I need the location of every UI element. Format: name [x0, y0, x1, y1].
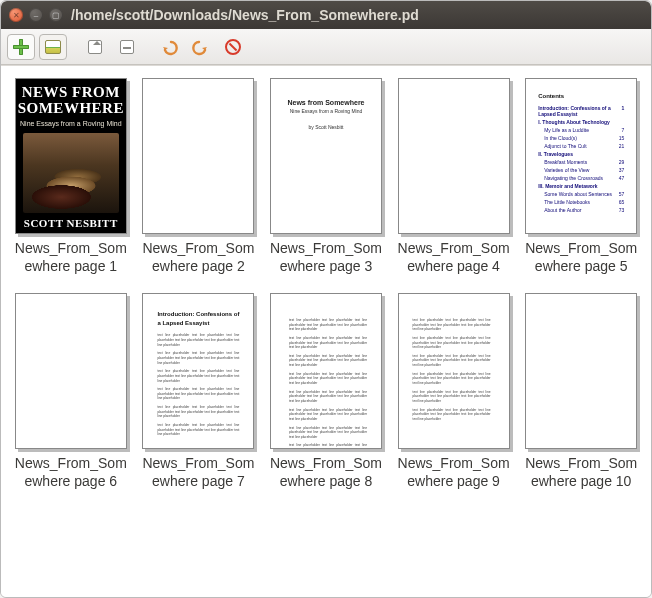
titlepage-byline: by Scott Nesbitt [281, 124, 371, 130]
thumbnail-item-page-7[interactable]: Introduction: Confessions of a Lapsed Es… [139, 293, 259, 490]
undo-button[interactable] [155, 34, 183, 60]
thumbnail-caption: News_From_Somewhere page 7 [140, 455, 256, 490]
window-controls: ✕ – ▢ [9, 8, 63, 22]
thumbnail-item-page-3[interactable]: News from SomewhereNine Essays from a Ro… [266, 78, 386, 275]
cancel-icon [225, 39, 241, 55]
thumbnail-caption: News_From_Somewhere page 10 [523, 455, 639, 490]
window-title: /home/scott/Downloads/News_From_Somewher… [71, 7, 419, 23]
thumbnail-item-page-9[interactable]: text line placeholder text line placehol… [394, 293, 514, 490]
scanner-icon [45, 40, 61, 54]
cover-photo [23, 133, 119, 213]
thumbnail-caption: News_From_Somewhere page 8 [268, 455, 384, 490]
thumbnail-caption: News_From_Somewhere page 9 [396, 455, 512, 490]
titlepage-heading: News from Somewhere [281, 99, 371, 106]
chapter-heading: Introduction: Confessions of a Lapsed Es… [157, 310, 239, 327]
remove-icon [120, 40, 134, 54]
title-bar: ✕ – ▢ /home/scott/Downloads/News_From_So… [1, 1, 651, 29]
page-thumbnail[interactable]: News from SomewhereNine Essays from a Ro… [270, 78, 382, 234]
thumbnail-caption: News_From_Somewhere page 1 [13, 240, 129, 275]
remove-button[interactable] [113, 34, 141, 60]
export-button[interactable] [81, 34, 109, 60]
page-thumbnail[interactable] [15, 293, 127, 449]
toc: ContentsIntroduction: Confessions of a L… [526, 79, 636, 229]
thumbnail-item-page-6[interactable]: News_From_Somewhere page 6 [11, 293, 131, 490]
cover-author: SCOTT NESBITT [24, 217, 118, 229]
thumbnail-item-page-8[interactable]: text line placeholder text line placehol… [266, 293, 386, 490]
thumbnail-caption: News_From_Somewhere page 3 [268, 240, 384, 275]
redo-icon [192, 38, 210, 56]
plus-icon [13, 39, 29, 55]
cover-title: NEWS FROMSOMEWHERE [18, 85, 124, 117]
thumbnail-item-page-1[interactable]: NEWS FROMSOMEWHERENine Essays from a Rov… [11, 78, 131, 275]
titlepage-sub: Nine Essays from a Roving Mind [281, 108, 371, 114]
thumbnail-caption: News_From_Somewhere page 4 [396, 240, 512, 275]
cancel-button[interactable] [219, 34, 247, 60]
page-thumbnail[interactable] [525, 293, 637, 449]
thumbnail-caption: News_From_Somewhere page 2 [140, 240, 256, 275]
close-icon[interactable]: ✕ [9, 8, 23, 22]
toolbar [1, 29, 651, 65]
minimize-icon[interactable]: – [29, 8, 43, 22]
scan-button[interactable] [39, 34, 67, 60]
page-thumbnail[interactable]: ContentsIntroduction: Confessions of a L… [525, 78, 637, 234]
page-thumbnail[interactable]: text line placeholder text line placehol… [270, 293, 382, 449]
cover-subtitle: Nine Essays from a Roving Mind [20, 120, 122, 127]
thumbnail-area[interactable]: NEWS FROMSOMEWHERENine Essays from a Rov… [1, 65, 651, 597]
page-thumbnail[interactable]: text line placeholder text line placehol… [398, 293, 510, 449]
undo-icon [160, 38, 178, 56]
page-thumbnail[interactable]: NEWS FROMSOMEWHERENine Essays from a Rov… [15, 78, 127, 234]
export-icon [88, 40, 102, 54]
redo-button[interactable] [187, 34, 215, 60]
thumbnail-item-page-4[interactable]: News_From_Somewhere page 4 [394, 78, 514, 275]
thumbnail-item-page-10[interactable]: News_From_Somewhere page 10 [521, 293, 641, 490]
page-thumbnail[interactable]: Introduction: Confessions of a Lapsed Es… [142, 293, 254, 449]
thumbnail-item-page-2[interactable]: News_From_Somewhere page 2 [139, 78, 259, 275]
page-thumbnail[interactable] [398, 78, 510, 234]
thumbnail-grid: NEWS FROMSOMEWHERENine Essays from a Rov… [11, 78, 641, 490]
thumbnail-caption: News_From_Somewhere page 5 [523, 240, 639, 275]
page-thumbnail[interactable] [142, 78, 254, 234]
add-button[interactable] [7, 34, 35, 60]
thumbnail-caption: News_From_Somewhere page 6 [13, 455, 129, 490]
maximize-icon[interactable]: ▢ [49, 8, 63, 22]
thumbnail-item-page-5[interactable]: ContentsIntroduction: Confessions of a L… [521, 78, 641, 275]
